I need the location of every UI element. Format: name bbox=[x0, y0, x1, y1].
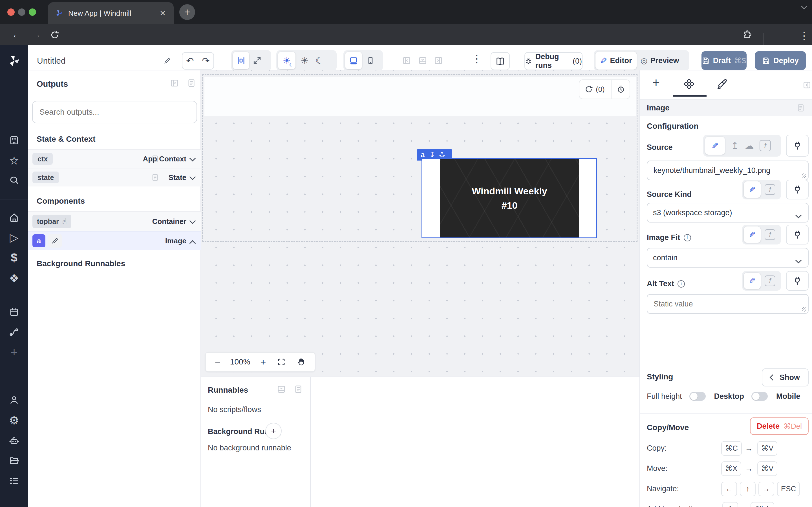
theme-dark-icon[interactable]: ☾ bbox=[315, 55, 324, 66]
component-row-a-selected[interactable]: a Image bbox=[28, 231, 201, 250]
source-fn-icon[interactable]: f bbox=[760, 140, 771, 151]
windmill-logo-icon[interactable] bbox=[0, 53, 28, 69]
insert-component-tab[interactable]: + bbox=[652, 75, 660, 90]
collapse-inspector-icon[interactable] bbox=[802, 80, 811, 90]
source-kind-pencil-icon[interactable]: ✎ bbox=[744, 181, 761, 198]
source-connect-plug-icon[interactable] bbox=[786, 135, 809, 157]
more-options-icon[interactable]: ⋮ bbox=[471, 52, 482, 65]
source-cloud-icon[interactable]: ☁ bbox=[745, 140, 754, 151]
source-static-pencil-icon[interactable]: ✎ bbox=[705, 136, 725, 155]
workers-icon[interactable] bbox=[0, 433, 28, 449]
pricing-icon[interactable]: $ bbox=[0, 250, 28, 266]
topbar-badge[interactable]: topbar ☝ bbox=[33, 215, 71, 228]
redo-button[interactable]: ↷ bbox=[198, 52, 214, 69]
tab-search-chevron-icon[interactable] bbox=[802, 4, 806, 10]
search-outputs-input[interactable] bbox=[39, 107, 190, 117]
logs-icon[interactable] bbox=[0, 473, 28, 489]
close-window-button[interactable] bbox=[7, 8, 15, 16]
panel-left-toggle-icon[interactable] bbox=[402, 56, 411, 65]
theme-light-icon[interactable]: ☀ bbox=[301, 55, 309, 66]
output-row-state[interactable]: state State bbox=[28, 168, 201, 186]
ctx-badge[interactable]: ctx bbox=[33, 153, 53, 165]
folders-icon[interactable] bbox=[0, 453, 28, 469]
source-upload-icon[interactable]: ↥ bbox=[731, 140, 739, 151]
theme-auto-icon[interactable]: ☀ ☾ bbox=[278, 52, 296, 69]
alt-resize-handle[interactable] bbox=[802, 307, 806, 312]
state-doc-icon[interactable] bbox=[151, 173, 159, 182]
full-height-toggle[interactable] bbox=[689, 392, 706, 401]
image-component[interactable]: Windmill Weekly #10 bbox=[421, 158, 597, 238]
alt-text-fn-icon[interactable]: f bbox=[765, 276, 775, 286]
zoom-out-button[interactable]: − bbox=[215, 356, 220, 368]
ctx-chevron-icon[interactable] bbox=[190, 156, 195, 162]
component-a-badge[interactable]: a bbox=[33, 234, 45, 247]
desktop-view-icon[interactable] bbox=[345, 52, 362, 69]
back-icon[interactable]: ← bbox=[12, 29, 21, 40]
resources-icon[interactable]: ❖ bbox=[0, 270, 28, 286]
fit-view-icon[interactable] bbox=[277, 358, 286, 366]
image-fit-fn-icon[interactable]: f bbox=[765, 229, 775, 240]
alt-text-pencil-icon[interactable]: ✎ bbox=[744, 273, 761, 289]
source-kind-select[interactable]: s3 (workspace storage) bbox=[647, 203, 809, 223]
preview-tab[interactable]: ◎ Preview bbox=[641, 56, 679, 65]
source-kind-fn-icon[interactable]: f bbox=[765, 184, 775, 195]
styling-show-button[interactable]: Show bbox=[762, 369, 809, 386]
docs-button[interactable] bbox=[491, 52, 510, 70]
panel-bottom-toggle-icon[interactable] bbox=[418, 56, 427, 65]
expand-down-icon[interactable]: ↧ bbox=[429, 151, 435, 159]
zoom-window-button[interactable] bbox=[29, 8, 36, 16]
home-icon[interactable] bbox=[0, 210, 28, 225]
panel-right-toggle-icon[interactable] bbox=[434, 56, 443, 65]
refresh-icon[interactable] bbox=[585, 85, 593, 94]
history-icon[interactable] bbox=[617, 85, 625, 94]
topbar-container-component[interactable] bbox=[204, 76, 636, 116]
deploy-button[interactable]: Deploy bbox=[755, 51, 806, 70]
component-doc-icon[interactable] bbox=[796, 103, 805, 112]
component-row-topbar[interactable]: topbar ☝ Container bbox=[28, 211, 201, 231]
outputs-doc-icon[interactable] bbox=[187, 78, 196, 88]
component-settings-tab-icon[interactable] bbox=[683, 78, 695, 91]
source-field[interactable] bbox=[647, 161, 809, 180]
forward-icon[interactable]: → bbox=[32, 29, 41, 40]
browser-tab[interactable]: New App | Windmill ✕ bbox=[48, 2, 174, 24]
add-icon[interactable]: + bbox=[0, 344, 28, 360]
source-input[interactable] bbox=[653, 166, 802, 175]
styling-tab-icon[interactable] bbox=[717, 78, 728, 90]
app-canvas[interactable]: (0) a ↧ Windmill Weekly #10 − 100% + bbox=[201, 70, 640, 377]
favorites-icon[interactable]: ☆ bbox=[0, 153, 28, 168]
editor-tab[interactable]: ✎ Editor bbox=[596, 52, 637, 69]
align-center-icon[interactable] bbox=[233, 52, 249, 69]
desktop-mobile-toggle[interactable] bbox=[751, 392, 768, 401]
reload-icon[interactable] bbox=[50, 30, 60, 40]
tab-close-icon[interactable]: ✕ bbox=[160, 9, 166, 18]
component-a-chevron-icon[interactable] bbox=[190, 241, 195, 247]
new-tab-button[interactable]: + bbox=[179, 4, 195, 20]
collapse-outputs-icon[interactable] bbox=[170, 78, 179, 88]
anchor-icon[interactable] bbox=[439, 151, 446, 158]
undo-button[interactable]: ↶ bbox=[182, 52, 198, 69]
minimize-window-button[interactable] bbox=[18, 8, 26, 16]
runs-icon[interactable]: ▷ bbox=[0, 230, 28, 245]
alt-text-field[interactable] bbox=[647, 294, 809, 314]
runnables-doc-icon[interactable] bbox=[294, 385, 303, 394]
state-badge[interactable]: state bbox=[33, 172, 59, 183]
settings-icon[interactable]: ⚙ bbox=[0, 412, 28, 428]
app-title-field[interactable]: Untitled bbox=[33, 52, 179, 69]
topbar-chevron-icon[interactable] bbox=[190, 219, 195, 224]
search-outputs-field[interactable] bbox=[32, 101, 197, 123]
flows-icon[interactable] bbox=[0, 324, 28, 340]
image-fit-pencil-icon[interactable]: ✎ bbox=[744, 226, 761, 243]
pan-hand-icon[interactable] bbox=[297, 358, 305, 366]
image-fit-select[interactable]: contain bbox=[647, 248, 809, 268]
extensions-icon[interactable] bbox=[742, 30, 752, 40]
alt-text-input[interactable] bbox=[653, 299, 802, 309]
edit-id-pencil-icon[interactable] bbox=[48, 234, 62, 247]
expand-canvas-icon[interactable] bbox=[253, 56, 262, 65]
rename-pencil-icon[interactable] bbox=[163, 57, 171, 65]
alt-text-plug-icon[interactable] bbox=[786, 271, 809, 291]
workspace-icon[interactable] bbox=[0, 132, 28, 148]
resize-handle[interactable] bbox=[802, 173, 806, 178]
image-fit-plug-icon[interactable] bbox=[786, 225, 809, 244]
debug-runs-button[interactable]: Debug runs (0) bbox=[524, 52, 582, 70]
zoom-in-button[interactable]: + bbox=[260, 356, 266, 368]
